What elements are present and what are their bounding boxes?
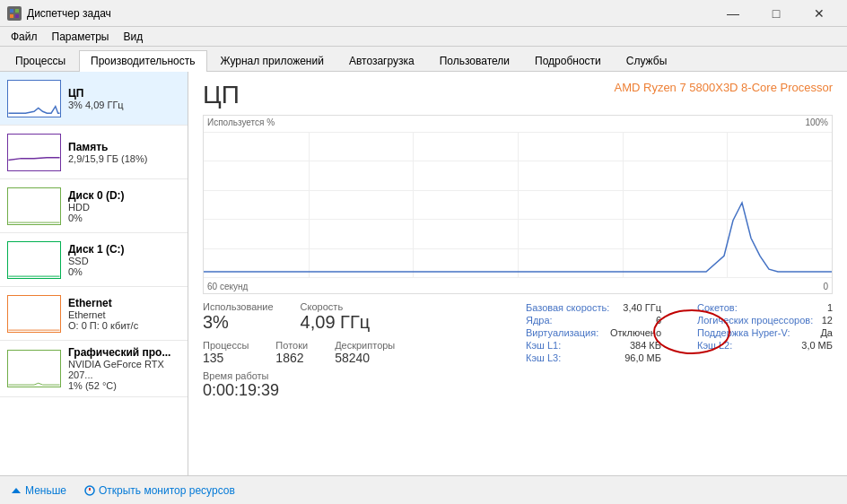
info-table: Базовая скорость:3,40 ГГцСокетов:1Ядра:6…	[526, 301, 833, 364]
svg-rect-3	[15, 14, 19, 18]
tab-apphistory[interactable]: Журнал приложений	[209, 50, 336, 71]
util-label: Использование	[203, 301, 274, 312]
monitor-label: Открыть монитор ресурсов	[99, 484, 235, 497]
tab-processes[interactable]: Процессы	[4, 50, 77, 71]
cpu-chart-svg	[204, 132, 832, 277]
cpu-sidebar-info: ЦП 3% 4,09 ГГц	[68, 87, 180, 110]
info-val: Отключено	[610, 327, 661, 338]
menubar: Файл Параметры Вид	[0, 27, 847, 47]
info-key: Сокетов:	[697, 302, 738, 313]
stat-threads: Потоки 1862	[275, 340, 308, 365]
ethernet-type: Ethernet	[68, 309, 180, 320]
info-key: Поддержка Hyper-V:	[697, 327, 790, 338]
cpu-name: ЦП	[68, 87, 180, 100]
sidebar-item-disk0[interactable]: Диск 0 (D:) HDD 0%	[0, 179, 188, 233]
content-panel: ЦП AMD Ryzen 7 5800X3D 8-Core Processor …	[188, 72, 847, 475]
info-key: Базовая скорость:	[526, 302, 609, 313]
gpu-name: Графический про...	[68, 346, 180, 359]
sidebar-item-memory[interactable]: Память 2,9/15,9 ГБ (18%)	[0, 126, 188, 179]
proc-value: 135	[203, 351, 249, 365]
gpu-sidebar-info: Графический про... NVIDIA GeForce RTX 20…	[68, 346, 180, 391]
stats-row-2: Процессы 135 Потоки 1862 Дескрипторы 582…	[203, 340, 508, 365]
util-value: 3%	[203, 312, 274, 333]
window-controls: — □ ✕	[712, 0, 840, 27]
minimize-button[interactable]: —	[712, 0, 754, 27]
info-row: Сокетов:1	[697, 301, 833, 314]
sidebar-item-gpu[interactable]: Графический про... NVIDIA GeForce RTX 20…	[0, 341, 188, 397]
maximize-button[interactable]: □	[755, 0, 797, 27]
bottom-section: Использование 3% Скорость 4,09 ГГц Проце…	[203, 301, 833, 400]
memory-sidebar-info: Память 2,9/15,9 ГБ (18%)	[68, 141, 180, 164]
threads-label: Потоки	[275, 340, 308, 351]
cpu-mini-graph	[7, 80, 61, 117]
cpu-chart: Используется % 100% 60 секунд 0	[203, 115, 833, 294]
tab-users[interactable]: Пользователи	[428, 50, 521, 71]
tab-services[interactable]: Службы	[615, 50, 678, 71]
info-val: 1	[827, 302, 833, 313]
info-row: Кэш L1:384 КБ	[526, 339, 661, 352]
open-monitor-button[interactable]: Открыть монитор ресурсов	[84, 484, 235, 497]
ethernet-mini-graph	[7, 295, 61, 333]
sidebar-item-cpu[interactable]: ЦП 3% 4,09 ГГц	[0, 72, 188, 126]
menu-file[interactable]: Файл	[4, 29, 45, 45]
info-key: Виртуализация:	[526, 327, 598, 338]
gpu-value: 1% (52 °C)	[68, 380, 180, 391]
main-area: ЦП 3% 4,09 ГГц Память 2,9/15,9 ГБ (18%)	[0, 72, 847, 475]
disk0-sidebar-info: Диск 0 (D:) HDD 0%	[68, 189, 180, 223]
titlebar: Диспетчер задач — □ ✕	[0, 0, 847, 27]
footer: Меньше Открыть монитор ресурсов	[0, 475, 847, 504]
svg-rect-1	[15, 9, 19, 13]
disk1-sidebar-info: Диск 1 (C:) SSD 0%	[68, 243, 180, 277]
disk1-value: 0%	[68, 266, 180, 277]
chart-ylabel: Используется %	[207, 117, 275, 127]
ethernet-value: О: 0 П: 0 кбит/с	[68, 320, 180, 331]
tab-performance[interactable]: Производительность	[79, 50, 206, 72]
proc-label: Процессы	[203, 340, 249, 351]
gpu-type: NVIDIA GeForce RTX 207...	[68, 359, 180, 380]
disk0-mini-graph	[7, 187, 61, 225]
disk0-name: Диск 0 (D:)	[68, 189, 180, 202]
chevron-up-icon	[11, 485, 22, 496]
sidebar-item-ethernet[interactable]: Ethernet Ethernet О: 0 П: 0 кбит/с	[0, 287, 188, 341]
threads-value: 1862	[275, 351, 308, 365]
info-panel: Базовая скорость:3,40 ГГцСокетов:1Ядра:6…	[526, 301, 833, 400]
menu-params[interactable]: Параметры	[45, 29, 117, 45]
info-key: Кэш L2:	[697, 340, 732, 351]
less-label: Меньше	[25, 484, 66, 497]
stat-uptime: Время работы 0:00:19:39	[203, 370, 508, 400]
info-val: 3,0 МБ	[801, 340, 833, 351]
chart-xright: 0	[823, 282, 828, 291]
grid-line-100	[204, 277, 832, 278]
info-row: Кэш L3:96,0 МБ	[526, 352, 661, 364]
tab-startup[interactable]: Автозагрузка	[337, 50, 426, 71]
svg-rect-0	[10, 9, 13, 13]
tab-details[interactable]: Подробности	[523, 50, 613, 71]
app-icon	[7, 6, 22, 21]
desc-value: 58240	[335, 351, 395, 365]
ethernet-name: Ethernet	[68, 297, 180, 309]
memory-mini-graph	[7, 134, 61, 171]
tab-bar: Процессы Производительность Журнал прило…	[0, 47, 847, 72]
info-val: 6	[656, 315, 661, 326]
chart-xlabel: 60 секунд	[207, 282, 248, 291]
less-button[interactable]: Меньше	[11, 484, 66, 497]
info-key: Ядра:	[526, 315, 553, 326]
content-title: ЦП	[203, 81, 240, 109]
uptime-label: Время работы	[203, 370, 508, 381]
desc-label: Дескрипторы	[335, 340, 395, 351]
stat-utilization: Использование 3%	[203, 301, 274, 333]
info-row: Логических процессоров:12	[697, 314, 833, 326]
disk1-mini-graph	[7, 241, 61, 279]
menu-view[interactable]: Вид	[116, 29, 150, 45]
gpu-mini-graph	[7, 350, 61, 387]
info-key: Кэш L3:	[526, 352, 561, 363]
window-title: Диспетчер задач	[27, 7, 712, 20]
close-button[interactable]: ✕	[799, 0, 840, 27]
disk1-type: SSD	[68, 256, 180, 266]
ethernet-sidebar-info: Ethernet Ethernet О: 0 П: 0 кбит/с	[68, 297, 180, 331]
monitor-icon	[84, 485, 95, 496]
sidebar-item-disk1[interactable]: Диск 1 (C:) SSD 0%	[0, 233, 188, 287]
memory-value: 2,9/15,9 ГБ (18%)	[68, 153, 180, 164]
info-val: 96,0 МБ	[624, 352, 661, 363]
info-row: Виртуализация:Отключено	[526, 326, 661, 339]
